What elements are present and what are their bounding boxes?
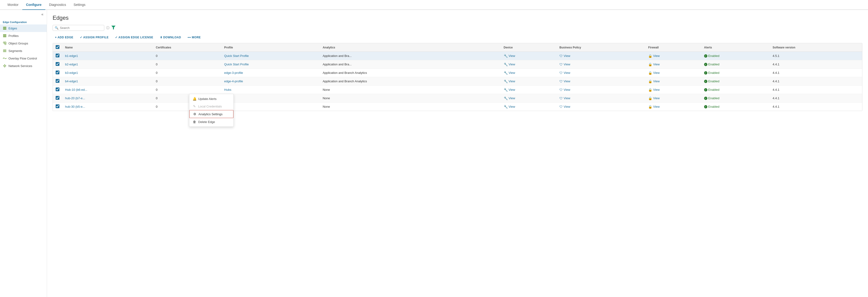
sidebar-item-edges[interactable]: Edges [0, 24, 47, 32]
main-content: Edges 🔍 ⓘ + ADD EDGE ✓ ASSIGN PROFILE ✓ … [47, 10, 868, 297]
row-alerts: ✓ Enabled [701, 94, 770, 103]
bp-view-link[interactable]: View [564, 71, 570, 75]
edge-name-link[interactable]: Hub-10 (b6-ed... [65, 88, 87, 91]
col-business-policy: Business Policy [557, 43, 645, 52]
row-checkbox-cell [53, 52, 62, 60]
filter-icon[interactable] [111, 26, 116, 30]
row-extra [483, 94, 501, 103]
select-all-header[interactable] [53, 43, 62, 52]
fw-view-link[interactable]: View [653, 88, 660, 91]
collapse-button[interactable]: « [40, 12, 45, 17]
row-checkbox[interactable] [56, 62, 59, 66]
sidebar-label-edges: Edges [8, 27, 17, 30]
edge-name-link[interactable]: hub-30 (b5-e... [65, 105, 85, 108]
profile-link[interactable]: Quick Start Profile [224, 62, 249, 66]
edge-name-link[interactable]: b2-edge1 [65, 62, 78, 66]
wrench-icon: 🔧 [504, 54, 508, 58]
profile-link[interactable]: Quick Start Profile [224, 54, 249, 58]
fw-view-link[interactable]: View [653, 54, 660, 58]
device-view-link[interactable]: View [509, 54, 515, 58]
fw-view-link[interactable]: View [653, 71, 660, 75]
row-certificates: 0 [153, 69, 221, 77]
row-checkbox[interactable] [56, 96, 59, 100]
device-view-link[interactable]: View [509, 62, 515, 66]
sidebar-item-network-services[interactable]: Network Services [0, 62, 47, 70]
nav-diagnostics[interactable]: Diagnostics [45, 0, 70, 10]
svg-marker-19 [111, 26, 116, 29]
sidebar-item-overlay-flow-control[interactable]: Overlay Flow Control [0, 55, 47, 62]
svg-point-8 [5, 42, 6, 43]
edge-name-link[interactable]: hub-20 (b7-e... [65, 97, 85, 100]
table-row: hub-30 (b5-e... 0 Hubs None 🔧 View 🛡 Vie… [53, 103, 862, 111]
ctx-delete-edge[interactable]: 🗑 Delete Edge [189, 118, 234, 126]
enabled-badge-dot: ✓ [704, 97, 707, 100]
bp-view-link[interactable]: View [564, 88, 570, 91]
nav-settings[interactable]: Settings [70, 0, 89, 10]
svg-rect-4 [3, 35, 6, 36]
device-view-link[interactable]: View [509, 97, 515, 100]
info-icon[interactable]: ⓘ [106, 26, 110, 30]
ctx-update-alerts[interactable]: 🔔 Update Alerts [189, 95, 234, 103]
edge-name-link[interactable]: b4-edge1 [65, 80, 78, 83]
bp-view-link[interactable]: View [564, 80, 570, 83]
device-view-link[interactable]: View [509, 88, 515, 91]
fw-view-link[interactable]: View [653, 97, 660, 100]
ctx-analytics-settings[interactable]: ⚙ Analytics Settings [189, 110, 234, 118]
bp-view-link[interactable]: View [564, 54, 570, 58]
row-extra [483, 77, 501, 86]
enabled-badge-dot: ✓ [704, 71, 707, 75]
row-profile: Hubs [221, 103, 320, 111]
fw-view-link[interactable]: View [653, 105, 660, 108]
sidebar-item-object-groups[interactable]: Object Groups [0, 39, 47, 47]
profile-link[interactable]: edge-4-profile [224, 80, 243, 83]
fw-view-link[interactable]: View [653, 80, 660, 83]
sidebar-label-network-services: Network Services [8, 64, 32, 68]
nav-configure[interactable]: Configure [22, 0, 45, 10]
row-analytics: Application and Bra... [320, 52, 483, 60]
row-checkbox[interactable] [56, 79, 59, 83]
enabled-label: Enabled [708, 97, 720, 100]
download-button[interactable]: ⬇ DOWNLOAD [158, 34, 183, 40]
assign-profile-button[interactable]: ✓ ASSIGN PROFILE [78, 34, 111, 40]
assign-license-button[interactable]: ✓ ASSIGN EDGE LICENSE [113, 34, 155, 40]
more-button[interactable]: ••• MORE [185, 34, 203, 40]
row-device: 🔧 View [501, 69, 557, 77]
table-row: b2-edge1 0 Quick Start Profile Applicati… [53, 60, 862, 69]
device-view-link[interactable]: View [509, 105, 515, 108]
sidebar-item-segments[interactable]: Segments [0, 47, 47, 55]
device-view-link[interactable]: View [509, 71, 515, 75]
row-checkbox[interactable] [56, 54, 59, 57]
row-alerts: ✓ Enabled [701, 77, 770, 86]
row-device: 🔧 View [501, 60, 557, 69]
sidebar-item-profiles[interactable]: Profiles [0, 32, 47, 39]
svg-rect-5 [3, 36, 6, 37]
edge-name-link[interactable]: b1-edge1 [65, 54, 78, 58]
row-checkbox-cell [53, 94, 62, 103]
row-checkbox[interactable] [56, 104, 59, 108]
bp-view-link[interactable]: View [564, 105, 570, 108]
top-nav: Monitor Configure Diagnostics Settings [0, 0, 868, 10]
row-checkbox[interactable] [56, 87, 59, 91]
device-view-link[interactable]: View [509, 80, 515, 83]
profile-link[interactable]: edge-3-profile [224, 71, 243, 75]
add-edge-button[interactable]: + ADD EDGE [53, 34, 75, 40]
ctx-local-credentials[interactable]: ✎ Local Credentials [189, 103, 234, 110]
search-input[interactable] [60, 26, 102, 30]
profile-link[interactable]: Hubs [224, 88, 231, 91]
row-software: 4.4.1 [770, 103, 862, 111]
nav-monitor[interactable]: Monitor [4, 0, 22, 10]
overlay-flow-control-icon [3, 56, 7, 60]
row-name: hub-30 (b5-e... [62, 103, 153, 111]
firewall-icon: 🔒 [648, 97, 652, 100]
row-certificates: 0 [153, 52, 221, 60]
edge-name-link[interactable]: b3-edge1 [65, 71, 78, 75]
row-checkbox[interactable] [56, 71, 59, 74]
search-icon: 🔍 [55, 26, 59, 30]
select-all-checkbox[interactable] [56, 45, 59, 49]
svg-rect-10 [3, 51, 6, 51]
bp-view-link[interactable]: View [564, 62, 570, 66]
bp-view-link[interactable]: View [564, 97, 570, 100]
svg-rect-2 [3, 29, 6, 30]
col-name: Name [62, 43, 153, 52]
fw-view-link[interactable]: View [653, 62, 660, 66]
